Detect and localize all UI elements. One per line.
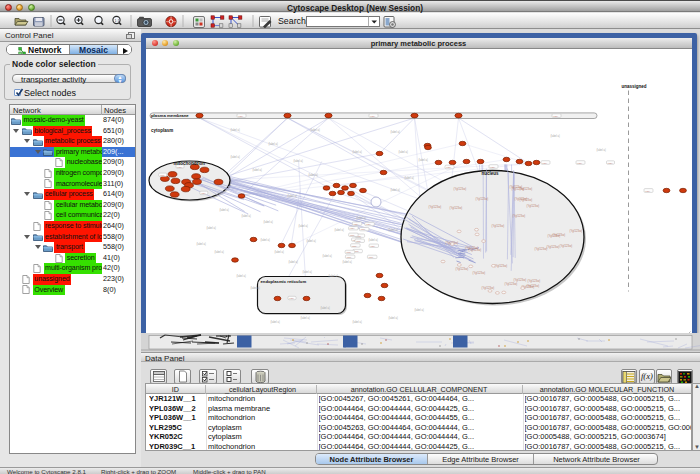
svg-text:(label a): (label a) (250, 285, 260, 289)
svg-text:(Ygl123w): (Ygl123w) (453, 186, 466, 190)
svg-text:(Ygl123w): (Ygl123w) (455, 266, 468, 270)
svg-text:(Ygl123w): (Ygl123w) (546, 244, 559, 248)
svg-text:(label a): (label a) (352, 319, 362, 323)
svg-text:(Ygl123w): (Ygl123w) (509, 184, 522, 188)
svg-text:(Ygl123w): (Ygl123w) (494, 263, 507, 267)
svg-text:(label a): (label a) (310, 127, 320, 131)
svg-text:(Ygl123w): (Ygl123w) (465, 245, 478, 249)
svg-text:(label a): (label a) (342, 259, 352, 263)
svg-text:(label a): (label a) (390, 129, 400, 133)
svg-text:(Ygl123w): (Ygl123w) (428, 204, 441, 208)
svg-text:(lab): (lab) (446, 166, 451, 169)
svg-text:(Ygl123w): (Ygl123w) (569, 228, 582, 232)
svg-text:(lab): (lab) (553, 114, 558, 117)
svg-text:unassigned: unassigned (621, 83, 646, 88)
svg-text:(lab): (lab) (159, 173, 164, 176)
svg-text:(Ygl123w): (Ygl123w) (559, 243, 572, 247)
svg-text:(label a): (label a) (398, 149, 408, 153)
svg-text:(Ygl123w): (Ygl123w) (472, 270, 485, 274)
svg-text:(Ygl123w): (Ygl123w) (519, 197, 532, 201)
svg-text:(label a): (label a) (293, 158, 303, 162)
svg-text:(label a): (label a) (322, 253, 332, 257)
svg-text:(label a): (label a) (328, 273, 338, 277)
svg-text:(lab): (lab) (542, 161, 547, 164)
svg-text:(Ygl123w): (Ygl123w) (504, 281, 517, 285)
svg-text:(Ygl123w): (Ygl123w) (512, 213, 525, 217)
svg-text:(lab): (lab) (289, 297, 294, 300)
svg-text:(label a): (label a) (288, 259, 298, 263)
svg-text:(Ygl123w): (Ygl123w) (534, 246, 547, 250)
svg-text:(lab): (lab) (370, 244, 375, 247)
svg-text:(label a): (label a) (390, 187, 400, 191)
svg-text:(label a): (label a) (388, 315, 398, 319)
svg-text:(label a): (label a) (356, 215, 366, 219)
svg-text:(Ygl123w): (Ygl123w) (475, 196, 488, 200)
svg-text:(label a): (label a) (298, 223, 308, 227)
svg-text:(label a): (label a) (287, 193, 297, 197)
svg-text:endoplasmic reticulum: endoplasmic reticulum (260, 279, 306, 284)
svg-text:cytoplasm: cytoplasm (151, 128, 173, 133)
svg-text:(lab): (lab) (353, 222, 358, 225)
svg-text:(label a): (label a) (206, 225, 216, 229)
svg-text:(label a): (label a) (302, 269, 312, 273)
svg-text:nucleus: nucleus (481, 171, 499, 176)
svg-text:(label a): (label a) (230, 127, 240, 131)
svg-text:(label a): (label a) (596, 147, 606, 151)
svg-text:(label a): (label a) (270, 319, 280, 323)
svg-text:(label a): (label a) (352, 149, 362, 153)
svg-text:(label a): (label a) (300, 315, 310, 319)
svg-text:(label a): (label a) (306, 238, 316, 242)
svg-text:(lab): (lab) (365, 223, 370, 226)
svg-text:(Ygl123w): (Ygl123w) (449, 205, 462, 209)
svg-text:(label a): (label a) (334, 227, 344, 231)
svg-text:(lab): (lab) (200, 192, 205, 195)
svg-text:(Ygl123w): (Ygl123w) (527, 278, 540, 282)
svg-text:(label a): (label a) (550, 133, 560, 137)
svg-text:(lab): (lab) (490, 165, 495, 168)
svg-text:(Ygl123w): (Ygl123w) (526, 203, 539, 207)
svg-text:plasma membrane: plasma membrane (151, 113, 189, 118)
svg-text:(lab): (lab) (346, 251, 351, 254)
svg-text:(label a): (label a) (418, 157, 428, 161)
svg-text:(label a): (label a) (214, 249, 224, 253)
svg-text:(label a): (label a) (219, 207, 229, 211)
svg-text:(label a): (label a) (252, 167, 262, 171)
svg-text:(label a): (label a) (196, 241, 206, 245)
svg-text:(lab): (lab) (349, 233, 354, 236)
svg-text:(label a): (label a) (388, 227, 398, 231)
svg-text:(lab): (lab) (238, 114, 243, 117)
svg-text:(lab): (lab) (346, 255, 351, 258)
svg-text:mitochondrion: mitochondrion (173, 161, 205, 166)
svg-text:(label a): (label a) (230, 154, 240, 158)
svg-text:1:1: 1:1 (114, 19, 119, 23)
svg-text:(label a): (label a) (404, 175, 414, 179)
svg-text:(Ygl123w): (Ygl123w) (481, 285, 494, 289)
svg-text:(label a): (label a) (236, 273, 246, 277)
svg-text:(lab): (lab) (368, 255, 373, 258)
svg-text:(lab): (lab) (351, 244, 356, 247)
svg-text:(lab): (lab) (360, 228, 365, 231)
svg-text:(label a): (label a) (414, 307, 424, 311)
svg-text:(lab): (lab) (577, 161, 582, 164)
svg-text:(Ygl123w): (Ygl123w) (491, 223, 504, 227)
svg-text:(label a): (label a) (241, 213, 251, 217)
svg-text:(label a): (label a) (368, 237, 378, 241)
svg-text:(label a): (label a) (268, 141, 278, 145)
svg-text:(lab): (lab) (355, 239, 360, 242)
svg-text:(label a): (label a) (308, 172, 318, 176)
svg-text:(label a): (label a) (274, 249, 284, 253)
svg-text:(lab): (lab) (349, 227, 354, 230)
svg-text:(lab): (lab) (645, 189, 650, 192)
svg-text:(lab): (lab) (607, 161, 612, 164)
svg-text:(label a): (label a) (320, 305, 330, 309)
svg-text:(label a): (label a) (263, 219, 273, 223)
svg-text:(label a): (label a) (260, 237, 270, 241)
svg-text:Search:: Search: (278, 16, 308, 26)
svg-text:(Ygl123w): (Ygl123w) (552, 232, 565, 236)
svg-text:(lab): (lab) (370, 114, 375, 117)
